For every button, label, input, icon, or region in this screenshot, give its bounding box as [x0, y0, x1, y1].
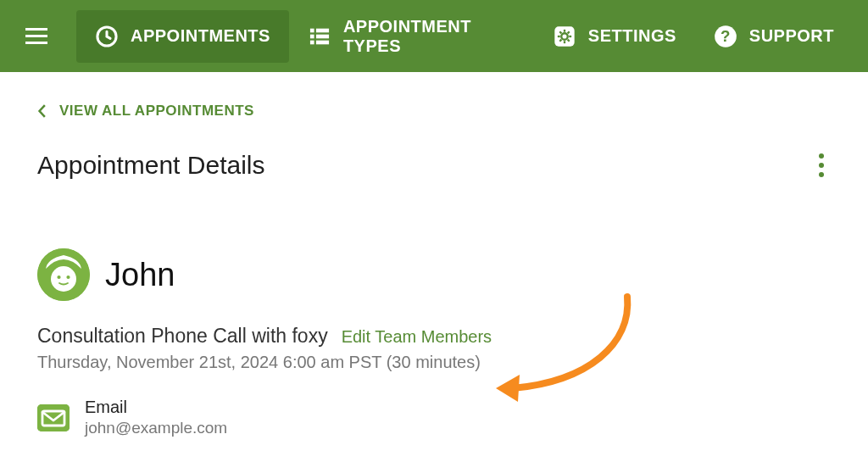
- contact-email-label: Email: [85, 398, 227, 417]
- list-icon: [308, 25, 331, 48]
- nav-appointments[interactable]: APPOINTMENTS: [76, 10, 289, 63]
- nav-settings-label: SETTINGS: [588, 26, 676, 46]
- more-options-button[interactable]: [812, 147, 831, 184]
- svg-line-16: [559, 39, 561, 41]
- hamburger-menu-button[interactable]: [15, 18, 58, 54]
- svg-rect-5: [310, 40, 314, 44]
- edit-team-members-link[interactable]: Edit Team Members: [342, 327, 492, 347]
- breadcrumb-back[interactable]: VIEW ALL APPOINTMENTS: [37, 103, 831, 120]
- svg-line-13: [559, 31, 561, 33]
- svg-rect-3: [310, 34, 314, 38]
- help-icon: ?: [714, 25, 737, 48]
- main-content: VIEW ALL APPOINTMENTS Appointment Detail…: [0, 72, 868, 462]
- event-title: Consultation Phone Call with foxy: [37, 325, 328, 348]
- svg-text:?: ?: [721, 27, 731, 45]
- attendee-avatar: [37, 248, 90, 301]
- event-datetime: Thursday, November 21st, 2024 6:00 am PS…: [37, 353, 831, 372]
- breadcrumb-label: VIEW ALL APPOINTMENTS: [59, 103, 254, 120]
- contact-email-value: john@example.com: [85, 419, 227, 437]
- nav-settings[interactable]: SETTINGS: [534, 10, 695, 63]
- annotation-arrow-icon: [487, 288, 648, 407]
- svg-point-20: [51, 266, 76, 292]
- nav-appointment-types-label: APPOINTMENT TYPES: [343, 17, 515, 56]
- email-icon: [37, 404, 70, 431]
- clock-icon: [95, 25, 119, 48]
- svg-point-22: [66, 276, 70, 279]
- nav-support[interactable]: ? SUPPORT: [695, 10, 853, 63]
- svg-point-21: [57, 276, 60, 279]
- chevron-left-icon: [37, 104, 47, 118]
- svg-rect-6: [316, 40, 329, 44]
- page-title: Appointment Details: [37, 151, 264, 180]
- nav-appointment-types[interactable]: APPOINTMENT TYPES: [289, 10, 534, 63]
- nav-support-label: SUPPORT: [749, 26, 834, 46]
- svg-rect-4: [316, 34, 329, 38]
- nav-appointments-label: APPOINTMENTS: [131, 26, 270, 46]
- top-navigation: APPOINTMENTS APPOINTMENT TYPES SETTINGS …: [0, 0, 868, 72]
- contact-email-row: Email john@example.com: [37, 398, 831, 437]
- svg-rect-2: [316, 28, 329, 32]
- svg-line-14: [567, 39, 569, 41]
- attendee-row: John: [37, 248, 831, 301]
- attendee-name: John: [105, 257, 175, 293]
- svg-rect-1: [310, 28, 314, 32]
- gear-icon: [553, 25, 576, 48]
- svg-line-15: [567, 31, 569, 33]
